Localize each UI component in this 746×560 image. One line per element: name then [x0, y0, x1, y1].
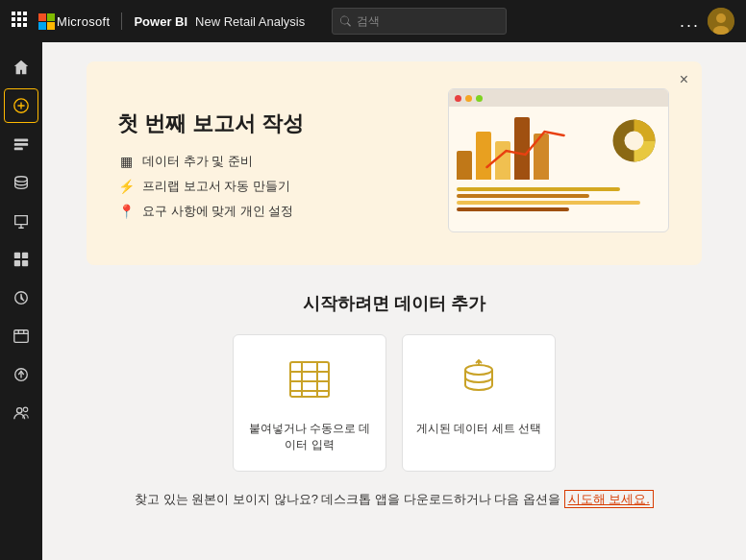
- svg-rect-15: [14, 148, 23, 151]
- svg-point-27: [625, 132, 644, 151]
- svg-point-34: [465, 365, 492, 375]
- powerbi-label: Power BI: [134, 14, 187, 29]
- search-box[interactable]: [332, 8, 507, 35]
- sidebar-item-workspace[interactable]: [4, 319, 38, 353]
- feature-1-icon: ▦: [117, 154, 135, 169]
- welcome-title: 첫 번째 보고서 작성: [117, 110, 304, 138]
- svg-rect-18: [22, 253, 28, 258]
- welcome-features: ▦ 데이터 추가 및 준비 ⚡ 프리랩 보고서 자동 만들기 📍 요구 사항에 …: [117, 153, 304, 220]
- svg-rect-4: [17, 17, 21, 21]
- paste-data-label: 붙여넣거나 수동으로 데이터 입력: [245, 421, 374, 453]
- svg-rect-7: [17, 23, 21, 27]
- feature-2-icon: ⚡: [117, 179, 135, 194]
- chart-illustration: [448, 88, 679, 242]
- sidebar-item-deploy[interactable]: [4, 357, 38, 392]
- database-icon: [458, 358, 500, 409]
- svg-rect-1: [17, 12, 21, 15]
- svg-rect-20: [22, 260, 28, 266]
- chart-window: [448, 88, 669, 232]
- bottom-link[interactable]: 시도해 보세요.: [564, 490, 654, 508]
- sidebar-item-browse[interactable]: [4, 127, 38, 161]
- svg-rect-13: [14, 139, 28, 142]
- start-title: 시작하려면 데이터 추가: [87, 292, 702, 315]
- sidebar-item-learn[interactable]: [4, 280, 38, 315]
- published-dataset-label: 게시된 데이터 세트 선택: [416, 421, 541, 437]
- svg-point-24: [17, 408, 22, 413]
- topbar: Microsoft Power BI New Retail Analysis .…: [0, 0, 746, 42]
- sidebar-item-apps[interactable]: [4, 242, 38, 277]
- paste-data-card[interactable]: 붙여넣거나 수동으로 데이터 입력: [233, 334, 386, 472]
- sidebar-item-people[interactable]: [4, 396, 38, 430]
- feature-1-text: 데이터 추가 및 준비: [142, 153, 253, 170]
- svg-rect-17: [14, 253, 20, 258]
- sidebar-item-data[interactable]: [4, 165, 38, 200]
- sidebar: [0, 42, 42, 560]
- start-section: 시작하려면 데이터 추가 붙여넣거나 수동으로 데이터: [87, 292, 702, 508]
- svg-rect-19: [14, 260, 20, 266]
- svg-rect-6: [12, 23, 15, 27]
- published-dataset-card[interactable]: 게시된 데이터 세트 선택: [402, 334, 556, 472]
- feature-3-text: 요구 사항에 맞게 개인 설정: [142, 203, 293, 220]
- feature-2-text: 프리랩 보고서 자동 만들기: [142, 178, 290, 195]
- svg-rect-3: [12, 17, 15, 21]
- sidebar-item-home[interactable]: [4, 50, 38, 85]
- feature-2: ⚡ 프리랩 보고서 자동 만들기: [117, 178, 304, 195]
- feature-3: 📍 요구 사항에 맞게 개인 설정: [117, 203, 304, 220]
- more-options-icon[interactable]: ...: [680, 12, 700, 32]
- ms-text: Microsoft: [57, 14, 110, 29]
- svg-point-25: [23, 407, 28, 412]
- table-icon: [288, 358, 331, 409]
- feature-3-icon: 📍: [117, 204, 135, 219]
- svg-rect-14: [14, 143, 28, 146]
- report-name: New Retail Analysis: [195, 14, 305, 29]
- svg-rect-0: [12, 12, 15, 15]
- svg-point-10: [716, 13, 726, 23]
- avatar[interactable]: [708, 8, 734, 35]
- feature-1: ▦ 데이터 추가 및 준비: [117, 153, 304, 170]
- welcome-left: 첫 번째 보고서 작성 ▦ 데이터 추가 및 준비 ⚡ 프리랩 보고서 자동 만…: [117, 110, 304, 221]
- bottom-text-content: 찾고 있는 원본이 보이지 않나요? 데스크톱 앱을 다운로드하거나 다음 옵션…: [135, 492, 563, 506]
- svg-point-16: [15, 177, 28, 182]
- content-area: × 첫 번째 보고서 작성 ▦ 데이터 추가 및 준비 ⚡ 프리랩 보고서 자동…: [42, 42, 746, 560]
- svg-rect-22: [14, 330, 28, 343]
- ms-logo: Microsoft: [38, 13, 110, 30]
- main-layout: × 첫 번째 보고서 작성 ▦ 데이터 추가 및 준비 ⚡ 프리랩 보고서 자동…: [0, 42, 746, 560]
- svg-rect-2: [23, 12, 27, 15]
- sidebar-item-create[interactable]: [4, 88, 38, 123]
- waffle-icon[interactable]: [12, 12, 27, 32]
- bottom-text: 찾고 있는 원본이 보이지 않나요? 데스크톱 앱을 다운로드하거나 다음 옵션…: [87, 491, 702, 508]
- close-button[interactable]: ×: [680, 71, 688, 88]
- topbar-divider: [121, 12, 122, 30]
- sidebar-item-monitor[interactable]: [4, 204, 38, 238]
- svg-rect-8: [23, 23, 27, 27]
- cards-row: 붙여넣거나 수동으로 데이터 입력 게시된 데이터: [87, 334, 702, 472]
- svg-rect-5: [23, 17, 27, 21]
- welcome-card: × 첫 번째 보고서 작성 ▦ 데이터 추가 및 준비 ⚡ 프리랩 보고서 자동…: [87, 61, 702, 265]
- search-input[interactable]: [357, 14, 498, 28]
